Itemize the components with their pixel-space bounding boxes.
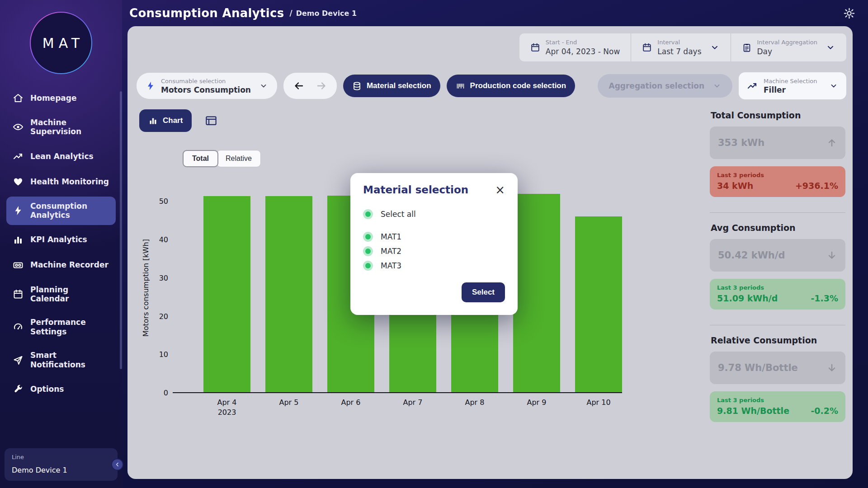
aggregation-selection-dropdown[interactable]: Aggregation selection bbox=[598, 74, 732, 98]
sidebar-collapse-button[interactable] bbox=[111, 459, 123, 471]
sidebar-item-homepage[interactable]: Homepage bbox=[6, 88, 116, 108]
y-tick: 30 bbox=[159, 274, 168, 282]
period-value: 34 kWh bbox=[717, 181, 753, 191]
table-view-icon[interactable] bbox=[204, 114, 218, 127]
stat-value-card: 9.78 Wh/Bottle bbox=[710, 352, 845, 384]
app-logo: MAT bbox=[30, 12, 92, 74]
send-icon bbox=[13, 355, 24, 366]
toggle-total[interactable]: Total bbox=[183, 150, 218, 167]
material-option-label: MAT2 bbox=[381, 247, 401, 256]
radio-checked-icon[interactable] bbox=[363, 246, 373, 256]
material-option-label: MAT1 bbox=[381, 232, 401, 241]
period-value: 9.81 Wh/Bottle bbox=[717, 406, 789, 416]
start-end-value: Apr 04, 2023 - Now bbox=[546, 47, 620, 56]
x-tick-label: Apr 42023 bbox=[203, 398, 250, 417]
chevron-left-icon bbox=[114, 461, 121, 468]
radio-checked-icon[interactable] bbox=[363, 232, 373, 242]
arrow-down-icon bbox=[826, 250, 837, 261]
trend-icon bbox=[747, 80, 758, 91]
material-option-mat1[interactable]: MAT1 bbox=[363, 232, 505, 242]
material-option-mat2[interactable]: MAT2 bbox=[363, 246, 505, 256]
production-code-selection-button-label: Production code selection bbox=[470, 81, 566, 90]
arrow-right-icon[interactable] bbox=[316, 80, 327, 91]
material-option-label: MAT3 bbox=[381, 261, 401, 270]
bar bbox=[513, 194, 560, 392]
device-card[interactable]: Line Demo Device 1 bbox=[5, 448, 118, 481]
sidebar-item-options[interactable]: Options bbox=[6, 379, 116, 399]
sidebar-item-label: Consumption Analytics bbox=[30, 202, 109, 220]
sidebar-item-consumption-analytics[interactable]: Consumption Analytics bbox=[6, 197, 116, 225]
machine-selection-value: Filler bbox=[764, 85, 817, 94]
sidebar-scrollbar[interactable] bbox=[120, 91, 122, 369]
interval-aggregation-dropdown[interactable]: Interval Aggregation Day bbox=[731, 33, 847, 61]
sidebar-item-health-monitoring[interactable]: Health Monitoring bbox=[6, 171, 116, 192]
gear-icon[interactable] bbox=[843, 7, 855, 19]
x-axis-labels: Apr 42023Apr 5Apr 6Apr 7Apr 8Apr 9Apr 10 bbox=[173, 398, 622, 417]
x-tick-label: Apr 5 bbox=[265, 398, 312, 417]
chevron-down-icon bbox=[826, 42, 835, 52]
material-selection-button-label: Material selection bbox=[367, 81, 431, 90]
sidebar: MAT HomepageMachine SupervisionLean Anal… bbox=[0, 0, 122, 488]
stat-section-total-consumption: Total Consumption353 kWhLast 3 periods34… bbox=[710, 110, 845, 197]
y-tick: 50 bbox=[159, 197, 168, 206]
material-option-select-all[interactable]: Select all bbox=[363, 209, 505, 219]
bolt-icon bbox=[146, 81, 156, 91]
period-change: -0.2% bbox=[811, 406, 838, 416]
radio-checked-icon[interactable] bbox=[363, 209, 373, 219]
stats-panel: Total Consumption353 kWhLast 3 periods34… bbox=[709, 109, 846, 422]
page-title: Consumption Analytics bbox=[129, 6, 284, 20]
stat-section-relative-consumption: Relative Consumption9.78 Wh/BottleLast 3… bbox=[710, 325, 845, 422]
select-button[interactable]: Select bbox=[462, 282, 505, 302]
calendar-icon bbox=[530, 42, 540, 52]
sidebar-item-label: KPI Analytics bbox=[30, 235, 87, 244]
material-option-mat3[interactable]: MAT3 bbox=[363, 261, 505, 271]
modal-title: Material selection bbox=[363, 184, 468, 196]
y-tick: 40 bbox=[159, 235, 168, 244]
home-icon bbox=[13, 93, 24, 103]
stat-period-card: Last 3 periods34 kWh+936.1% bbox=[710, 166, 845, 197]
x-tick-label: Apr 7 bbox=[389, 398, 436, 417]
start-end-picker[interactable]: Start - End Apr 04, 2023 - Now bbox=[519, 33, 631, 61]
y-axis-ticks: 01020304050 bbox=[152, 183, 173, 393]
sidebar-item-label: Performance Settings bbox=[30, 318, 109, 336]
material-selection-button[interactable]: Material selection bbox=[343, 75, 440, 97]
total-relative-toggle: Total Relative bbox=[183, 150, 261, 167]
period-value: 51.09 kWh/d bbox=[717, 293, 778, 303]
bars-icon bbox=[13, 235, 24, 245]
radio-checked-icon[interactable] bbox=[363, 261, 373, 271]
stat-value: 9.78 Wh/Bottle bbox=[718, 362, 798, 373]
bar bbox=[203, 196, 250, 392]
sidebar-item-performance-settings[interactable]: Performance Settings bbox=[6, 313, 116, 341]
period-nav bbox=[283, 73, 337, 99]
production-code-selection-button[interactable]: Production code selection bbox=[447, 75, 576, 97]
chart-view-button[interactable]: Chart bbox=[139, 109, 192, 132]
device-card-label: Line bbox=[12, 454, 110, 460]
sidebar-item-label: Machine Recorder bbox=[30, 260, 108, 269]
toggle-relative[interactable]: Relative bbox=[217, 150, 261, 167]
x-tick-label: Apr 8 bbox=[451, 398, 498, 417]
interval-value: Last 7 days bbox=[657, 47, 701, 56]
sidebar-item-machine-recorder[interactable]: Machine Recorder bbox=[6, 255, 116, 276]
sidebar-item-machine-supervision[interactable]: Machine Supervision bbox=[6, 113, 116, 141]
app-logo-text: MAT bbox=[31, 13, 91, 73]
sidebar-item-lean-analytics[interactable]: Lean Analytics bbox=[6, 146, 116, 167]
consumable-selection-value: Motors Consumption bbox=[161, 85, 251, 94]
sidebar-item-label: Lean Analytics bbox=[30, 152, 94, 161]
machine-selection-dropdown[interactable]: Machine Selection Filler bbox=[739, 72, 846, 99]
y-tick: 20 bbox=[159, 312, 168, 321]
stat-title: Total Consumption bbox=[711, 110, 845, 120]
chevron-down-icon bbox=[259, 81, 268, 90]
close-icon[interactable]: × bbox=[495, 184, 505, 196]
recorder-icon bbox=[13, 260, 24, 271]
arrow-left-icon[interactable] bbox=[293, 80, 304, 91]
sidebar-item-smart-notifications[interactable]: Smart Notifications bbox=[6, 346, 116, 374]
bar-chart-icon bbox=[148, 116, 158, 126]
barcode-icon bbox=[456, 81, 465, 91]
period-label: Last 3 periods bbox=[717, 284, 838, 291]
period-change: +936.1% bbox=[795, 181, 838, 191]
stat-section-avg-consumption: Avg Consumption50.42 kWh/dLast 3 periods… bbox=[710, 212, 845, 310]
sidebar-item-planning-calendar[interactable]: Planning Calendar bbox=[6, 280, 116, 309]
consumable-selection-dropdown[interactable]: Consumable selection Motors Consumption bbox=[137, 73, 277, 99]
sidebar-item-kpi-analytics[interactable]: KPI Analytics bbox=[6, 230, 116, 250]
interval-dropdown[interactable]: Interval Last 7 days bbox=[631, 33, 730, 61]
